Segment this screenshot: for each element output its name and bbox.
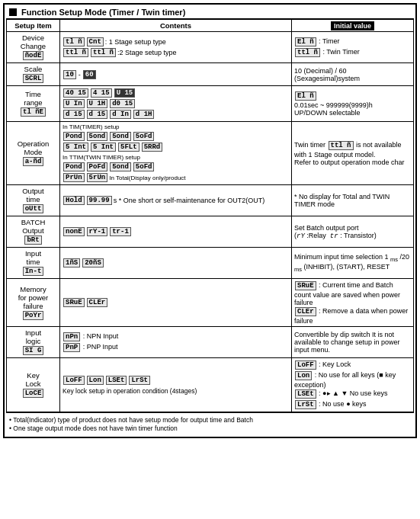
initial-lon-lcd: Lon <box>295 371 312 380</box>
lcd-u1h: U 1H <box>87 99 108 108</box>
lcd-lon: Lon <box>87 376 104 385</box>
lcd-5flt: 5FLt <box>118 143 139 152</box>
function-table: Setup Item Contents Initial value Device… <box>6 19 414 412</box>
col-header-initial: Initial value <box>292 20 414 32</box>
table-row: Scale SCRL 10 - 60 10 (Decimal) / 60 (Se… <box>7 63 414 86</box>
contents-outtime: Hold 99.99 s * One short or self-mainten… <box>60 185 292 216</box>
initial-lrst-lcd: LrSt <box>295 400 316 409</box>
lcd-60: 60 <box>83 70 96 79</box>
contents-memory: SRuE CLEr <box>60 279 292 327</box>
table-row: BATCHOutput bRt nonE rY-1 tr-1 Set Batch… <box>7 216 414 248</box>
contents-inputtime: 1ñS 20ñS <box>60 248 292 279</box>
col-header-setup: Setup Item <box>7 20 60 32</box>
footnote-2: One stage output mode does not have twin… <box>9 424 411 432</box>
setup-item-opmode: OperationMode a-ñd <box>7 122 60 185</box>
lcd-loff: LoFF <box>63 376 85 385</box>
outtime-note: s * One short or self-maintenance for OU… <box>114 197 265 204</box>
contents-opmode: In TIM(TIMER) setup Pond 5ond 5ond 5oFd … <box>60 122 292 185</box>
keylock-desc: Key lock setup in operation condition (4… <box>63 387 289 395</box>
title-bar: Function Setup Mode (Timer / Twin timer) <box>6 6 414 19</box>
lcd-5ond: 5ond <box>87 132 108 141</box>
batch-code-lcd: bRt <box>24 235 41 245</box>
keylock-code-lcd: LoCE <box>23 389 44 398</box>
lcd-hold: Hold <box>63 196 85 205</box>
lcd-pond2: Pond <box>63 162 85 171</box>
lcd-none: nonE <box>63 227 85 236</box>
lcd-pond: Pond <box>63 132 85 141</box>
setup-item-device: DeviceChange ñodE <box>7 32 60 63</box>
initial-timerange-lcd: El ñ <box>295 91 316 101</box>
stage2-label: :2 Stage setup type <box>117 49 177 56</box>
lcd-cnt: Cnt <box>87 37 104 46</box>
lcd-lset: LSEt <box>106 376 127 385</box>
table-row: Inputlogic SI G nPn : NPN Input PnP : PN… <box>7 327 414 358</box>
setup-item-timerange: Timerange tl ñE <box>7 86 60 122</box>
initial-opmode-lcd: ttl ñ <box>329 141 354 150</box>
lcd-5run: 5rUn <box>87 173 108 182</box>
contents-device: tl ñ Cnt : 1 Stage setup type ttl ñ ttl … <box>60 32 292 63</box>
inputlogic-code-lcd: SI G <box>23 346 44 355</box>
initial-loff-lcd: LoFF <box>295 360 316 370</box>
opmode-code-lcd: a-ñd <box>23 157 44 166</box>
footnotes-section: Total(Indicator) type of product does no… <box>6 412 414 435</box>
contents-timerange: 40 15 4 15 U 15 U In U 1H d0 15 d 15 d 1… <box>60 86 292 122</box>
lcd-sint2: 5 Int <box>91 143 116 152</box>
lcd-ry1: rY-1 <box>87 227 108 236</box>
initial-batch: Set Batch output port (rY :Relay tr : Tr… <box>292 216 414 248</box>
main-container: Function Setup Mode (Timer / Twin timer)… <box>3 3 417 438</box>
initial-cler-lcd: CLEr <box>295 307 316 316</box>
initial-inputtime: Minimum input time selection 1 ms /20 ms… <box>292 248 414 279</box>
lcd-d15a: d 15 <box>63 110 85 119</box>
lcd-prun: PrUn <box>63 173 85 182</box>
lcd-pofd: PoFd <box>87 162 108 171</box>
relay-label: rY <box>297 232 305 240</box>
lcd-tr1: tr-1 <box>110 227 131 236</box>
contents-batch: nonE rY-1 tr-1 <box>60 216 292 248</box>
initial-inputlogic: Convertible by dip switch It is not avai… <box>292 327 414 358</box>
table-row: KeyLock LoCE LoFF Lon LSEt LrSt Key lock… <box>7 358 414 412</box>
initial-outtime: * No display for Total and TWIN TIMER mo… <box>292 185 414 216</box>
initial-scale: 10 (Decimal) / 60 (Sexagesimal)system <box>292 63 414 86</box>
setup-item-scale: Scale SCRL <box>7 63 60 86</box>
setup-item-inputtime: Inputtime In-t <box>7 248 60 279</box>
lcd-tim: tl ñ <box>63 37 85 46</box>
memory-code-lcd: PoYr <box>23 311 44 320</box>
table-row: DeviceChange ñodE tl ñ Cnt : 1 Stage set… <box>7 32 414 63</box>
table-row: Outputtime oUtt Hold 99.99 s * One short… <box>7 185 414 216</box>
lcd-sofd2: 5oFd <box>133 162 155 171</box>
title-icon <box>9 8 17 16</box>
lcd-1ns: 1ñS <box>63 258 80 268</box>
timerange-code-lcd: tl ñE <box>21 107 46 117</box>
col-header-contents: Contents <box>60 20 292 32</box>
initial-timer-lcd: El ñ <box>295 37 316 46</box>
page-title: Function Setup Mode (Timer / Twin timer) <box>21 8 185 17</box>
setup-item-keylock: KeyLock LoCE <box>7 358 60 412</box>
setup-item-inputlogic: Inputlogic SI G <box>7 327 60 358</box>
lcd-pnp: PnP <box>63 343 80 352</box>
lcd-save: SRuE <box>63 298 85 307</box>
lcd-5rrd: 5RRd <box>142 143 163 152</box>
lcd-tt2: ttl ñ <box>91 48 116 57</box>
stage1-label: : 1 Stage setup type <box>105 38 166 46</box>
contents-inputlogic: nPn : NPN Input PnP : PNP Input <box>60 327 292 358</box>
table-row: Timerange tl ñE 40 15 4 15 U 15 U In U 1… <box>7 86 414 122</box>
lcd-d015: d0 15 <box>110 99 135 108</box>
initial-opmode: Twin timer ttl ñ is not available with 1… <box>292 122 414 185</box>
initial-lset-lcd: LSEt <box>295 389 316 399</box>
lcd-din: d In <box>110 110 131 119</box>
initial-timerange: El ñ 0.01sec ~ 999999(9999)h UP/DOWN sel… <box>292 86 414 122</box>
initial-save-lcd: SRuE <box>295 281 316 290</box>
lcd-5ond2: 5ond <box>110 132 131 141</box>
lcd-uin: U In <box>63 99 85 108</box>
inputtime-code-lcd: In-t <box>23 267 44 276</box>
initial-value-label: Initial value <box>331 21 374 30</box>
lcd-cler: CLEr <box>87 298 108 307</box>
lcd-u15: U 15 <box>114 88 136 98</box>
contents-scale: 10 - 60 <box>60 63 292 86</box>
setup-item-memory: Memoryfor powerfailure PoYr <box>7 279 60 327</box>
lcd-415: 4 15 <box>91 88 112 98</box>
transistor-label: tr <box>330 232 338 240</box>
setup-item-batch: BATCHOutput bRt <box>7 216 60 248</box>
contents-keylock: LoFF Lon LSEt LrSt Key lock setup in ope… <box>60 358 292 412</box>
lcd-4015: 40 15 <box>63 88 88 98</box>
